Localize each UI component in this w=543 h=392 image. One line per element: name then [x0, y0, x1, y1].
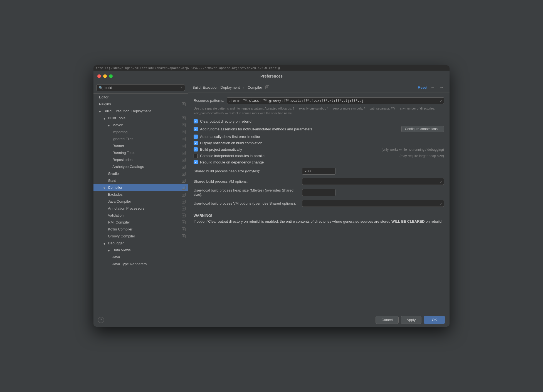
sidebar-item-label: Java Type Renderers	[112, 262, 186, 266]
cancel-button[interactable]: Cancel	[376, 316, 398, 324]
shared-vm-input[interactable]	[302, 178, 444, 185]
sync-badge: ⊟	[182, 158, 186, 162]
checkbox-auto-show-error[interactable]	[194, 135, 198, 139]
expand-arrow	[103, 242, 107, 245]
sidebar: 🔍 × Editor Plugins ⊟ Bui	[93, 82, 188, 313]
url-bar: intellij.idea.plugin.collection://maven.…	[93, 65, 450, 71]
sync-badge: ⊟	[182, 116, 186, 120]
sidebar-item-gant[interactable]: Gant ⊟	[93, 177, 188, 184]
expand-arrow	[103, 116, 107, 120]
checkbox-label-compile-parallel: Compile independent modules in parallel	[200, 154, 395, 158]
sidebar-item-importing[interactable]: Importing ⊟	[93, 128, 188, 135]
sidebar-item-label: RMI Compiler	[108, 220, 182, 224]
sidebar-item-compiler[interactable]: Compiler ⊟	[93, 184, 188, 191]
close-button[interactable]	[97, 75, 101, 78]
clear-button[interactable]: ×	[181, 86, 182, 90]
sync-badge: ⊟	[182, 172, 186, 176]
build-automatically-note: (only works while not running / debuggin…	[381, 148, 444, 152]
sidebar-item-build-tools[interactable]: Build Tools ⊟	[93, 115, 188, 121]
configure-annotations-button[interactable]: Configure annotations...	[401, 126, 444, 132]
checkbox-row-build-automatically: Build project automatically (only works …	[194, 147, 444, 152]
sidebar-item-label: Compiler	[108, 185, 182, 190]
checkbox-row-clear-output: Clear output directory on rebuild	[194, 119, 444, 123]
sync-badge: ⊟	[182, 165, 186, 169]
sync-badge: ⊟	[182, 227, 186, 231]
checkbox-display-notification[interactable]	[194, 141, 198, 145]
options-section: Clear output directory on rebuild Add ru…	[194, 119, 444, 164]
field-row-user-vm: User-local build process VM options (ove…	[194, 200, 444, 207]
field-label-shared-heap: Shared build process heap size (Mbytes):	[194, 169, 299, 173]
nav-forward-button[interactable]: →	[438, 85, 445, 90]
sidebar-item-label: Repositories	[112, 158, 182, 162]
resource-patterns-label: Resource patterns:	[194, 97, 224, 103]
sidebar-item-groovy-compiler[interactable]: Groovy Compiler ⊟	[93, 233, 188, 240]
field-label-user-vm: User-local build process VM options (ove…	[194, 201, 299, 205]
warning-body-text: If option 'Clear output directory on reb…	[194, 219, 443, 224]
sidebar-item-repositories[interactable]: Repositories ⊟	[93, 156, 188, 163]
help-button[interactable]: ?	[98, 317, 104, 323]
nav-back-button[interactable]: ←	[430, 85, 436, 90]
checkbox-runtime-assertions[interactable]	[194, 127, 198, 131]
expand-arrow	[108, 123, 111, 127]
apply-button[interactable]: Apply	[401, 316, 422, 324]
settings-icon: ⊟	[265, 85, 269, 89]
sidebar-item-label: Maven	[112, 123, 182, 127]
search-input-wrapper: 🔍 ×	[96, 84, 185, 91]
content-panel: Build, Execution, Deployment › Compiler …	[188, 82, 450, 313]
compile-parallel-note: (may require larger heap size)	[399, 154, 444, 158]
resource-patterns-input[interactable]	[227, 97, 444, 104]
resource-patterns-hint: Use ; to separate patterns and ! to nega…	[194, 106, 444, 115]
sidebar-item-annotation-processors[interactable]: Annotation Processors ⊟	[93, 205, 188, 212]
sidebar-item-label: Build, Execution, Deployment	[103, 109, 186, 113]
sidebar-item-label: Build Tools	[108, 116, 182, 120]
sidebar-item-kotlin-compiler[interactable]: Kotlin Compiler ⊟	[93, 226, 188, 233]
field-row-shared-vm: Shared build process VM options: ⤢	[194, 178, 444, 185]
shared-heap-input[interactable]	[302, 168, 335, 175]
warning-highlight: WILL BE CLEARED	[391, 219, 425, 224]
sidebar-item-maven[interactable]: Maven ⊟	[93, 121, 188, 128]
expand-arrow	[99, 110, 102, 113]
sidebar-item-archetype-catalogs[interactable]: Archetype Catalogs ⊟	[93, 163, 188, 170]
ok-button[interactable]: OK	[424, 316, 445, 324]
sidebar-item-data-views[interactable]: Data Views	[93, 247, 188, 254]
sync-badge: ⊟	[182, 144, 186, 148]
sidebar-item-gradle[interactable]: Gradle ⊟	[93, 170, 188, 177]
sidebar-item-running-tests[interactable]: Running Tests ⊟	[93, 149, 188, 156]
sidebar-item-java[interactable]: Java	[93, 254, 188, 260]
search-input[interactable]	[105, 86, 179, 90]
field-label-shared-vm: Shared build process VM options:	[194, 179, 299, 183]
sidebar-item-validation[interactable]: Validation ⊟	[93, 212, 188, 219]
sync-badge: ⊟	[182, 234, 186, 238]
content-header: Build, Execution, Deployment › Compiler …	[188, 82, 450, 93]
sidebar-item-label: Editor	[99, 95, 186, 99]
reset-button[interactable]: Reset	[418, 85, 427, 90]
main-content: 🔍 × Editor Plugins ⊟ Bui	[93, 82, 450, 313]
sidebar-item-excludes[interactable]: Excludes ⊟	[93, 191, 188, 198]
sidebar-item-debugger[interactable]: Debugger	[93, 240, 188, 247]
warning-title: WARNING!	[194, 214, 444, 218]
checkbox-build-automatically[interactable]	[194, 147, 198, 152]
sidebar-item-runner[interactable]: Runner ⊟	[93, 142, 188, 149]
sidebar-item-label: Importing	[112, 130, 182, 134]
sidebar-item-plugins[interactable]: Plugins ⊟	[93, 101, 188, 108]
sync-badge: ⊟	[182, 200, 186, 204]
checkbox-clear-output[interactable]	[194, 119, 198, 123]
sidebar-item-java-type-renderers[interactable]: Java Type Renderers	[93, 260, 188, 267]
sidebar-item-editor[interactable]: Editor	[93, 94, 188, 101]
user-heap-input[interactable]	[302, 189, 335, 196]
sync-badge: ⊟	[182, 130, 186, 134]
minimize-button[interactable]	[103, 75, 107, 78]
sidebar-item-build-execution-deployment[interactable]: Build, Execution, Deployment	[93, 108, 188, 115]
checkbox-compile-parallel[interactable]	[194, 154, 198, 158]
sidebar-item-java-compiler[interactable]: Java Compiler ⊟	[93, 198, 188, 205]
breadcrumb-current: Compiler	[248, 85, 262, 90]
checkbox-label-clear-output: Clear output directory on rebuild	[200, 119, 444, 123]
warning-body: If option 'Clear output directory on reb…	[194, 219, 444, 224]
checkbox-row-rebuild-on-dependency: Rebuild module on dependency change	[194, 160, 444, 164]
sidebar-item-label: Kotlin Compiler	[108, 227, 182, 231]
checkbox-rebuild-on-dependency[interactable]	[194, 160, 198, 164]
maximize-button[interactable]	[109, 75, 113, 78]
sidebar-item-ignored-files[interactable]: Ignored Files ⊟	[93, 135, 188, 142]
sidebar-item-rmi-compiler[interactable]: RMI Compiler ⊟	[93, 219, 188, 226]
user-vm-input[interactable]	[302, 200, 444, 207]
